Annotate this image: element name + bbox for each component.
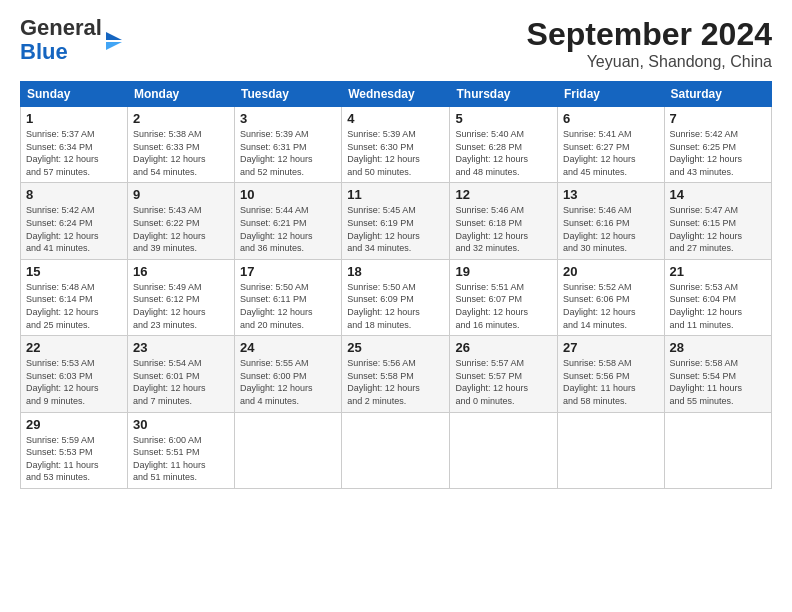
calendar-cell: 27Sunrise: 5:58 AM Sunset: 5:56 PM Dayli… — [558, 336, 665, 412]
logo-blue: Blue — [20, 39, 68, 64]
logo: General Blue — [20, 16, 122, 64]
day-number: 23 — [133, 340, 229, 355]
calendar-header-friday: Friday — [558, 82, 665, 107]
day-number: 21 — [670, 264, 766, 279]
day-info: Sunrise: 5:42 AM Sunset: 6:25 PM Dayligh… — [670, 128, 766, 178]
day-info: Sunrise: 5:39 AM Sunset: 6:31 PM Dayligh… — [240, 128, 336, 178]
day-number: 29 — [26, 417, 122, 432]
calendar-cell: 2Sunrise: 5:38 AM Sunset: 6:33 PM Daylig… — [127, 107, 234, 183]
calendar-cell: 11Sunrise: 5:45 AM Sunset: 6:19 PM Dayli… — [342, 183, 450, 259]
calendar-cell: 22Sunrise: 5:53 AM Sunset: 6:03 PM Dayli… — [21, 336, 128, 412]
calendar-header-saturday: Saturday — [664, 82, 771, 107]
calendar-header-wednesday: Wednesday — [342, 82, 450, 107]
day-number: 20 — [563, 264, 659, 279]
day-info: Sunrise: 6:00 AM Sunset: 5:51 PM Dayligh… — [133, 434, 229, 484]
day-info: Sunrise: 5:54 AM Sunset: 6:01 PM Dayligh… — [133, 357, 229, 407]
day-number: 1 — [26, 111, 122, 126]
calendar-cell: 14Sunrise: 5:47 AM Sunset: 6:15 PM Dayli… — [664, 183, 771, 259]
day-info: Sunrise: 5:42 AM Sunset: 6:24 PM Dayligh… — [26, 204, 122, 254]
calendar-cell: 20Sunrise: 5:52 AM Sunset: 6:06 PM Dayli… — [558, 259, 665, 335]
calendar-cell: 25Sunrise: 5:56 AM Sunset: 5:58 PM Dayli… — [342, 336, 450, 412]
day-info: Sunrise: 5:47 AM Sunset: 6:15 PM Dayligh… — [670, 204, 766, 254]
day-info: Sunrise: 5:51 AM Sunset: 6:07 PM Dayligh… — [455, 281, 552, 331]
day-number: 18 — [347, 264, 444, 279]
day-number: 2 — [133, 111, 229, 126]
calendar-cell — [342, 412, 450, 488]
calendar-cell: 19Sunrise: 5:51 AM Sunset: 6:07 PM Dayli… — [450, 259, 558, 335]
day-info: Sunrise: 5:56 AM Sunset: 5:58 PM Dayligh… — [347, 357, 444, 407]
day-number: 30 — [133, 417, 229, 432]
day-info: Sunrise: 5:41 AM Sunset: 6:27 PM Dayligh… — [563, 128, 659, 178]
day-info: Sunrise: 5:45 AM Sunset: 6:19 PM Dayligh… — [347, 204, 444, 254]
day-number: 14 — [670, 187, 766, 202]
day-number: 16 — [133, 264, 229, 279]
day-number: 11 — [347, 187, 444, 202]
calendar-cell: 16Sunrise: 5:49 AM Sunset: 6:12 PM Dayli… — [127, 259, 234, 335]
day-info: Sunrise: 5:44 AM Sunset: 6:21 PM Dayligh… — [240, 204, 336, 254]
page: General Blue September 2024 Yeyuan, Shan… — [0, 0, 792, 612]
day-info: Sunrise: 5:55 AM Sunset: 6:00 PM Dayligh… — [240, 357, 336, 407]
day-number: 22 — [26, 340, 122, 355]
calendar-cell: 12Sunrise: 5:46 AM Sunset: 6:18 PM Dayli… — [450, 183, 558, 259]
calendar-cell: 23Sunrise: 5:54 AM Sunset: 6:01 PM Dayli… — [127, 336, 234, 412]
calendar-cell: 21Sunrise: 5:53 AM Sunset: 6:04 PM Dayli… — [664, 259, 771, 335]
calendar-cell — [558, 412, 665, 488]
calendar-cell: 29Sunrise: 5:59 AM Sunset: 5:53 PM Dayli… — [21, 412, 128, 488]
title-block: September 2024 Yeyuan, Shandong, China — [527, 16, 772, 71]
day-info: Sunrise: 5:58 AM Sunset: 5:54 PM Dayligh… — [670, 357, 766, 407]
calendar-week-5: 29Sunrise: 5:59 AM Sunset: 5:53 PM Dayli… — [21, 412, 772, 488]
day-number: 6 — [563, 111, 659, 126]
calendar-cell: 3Sunrise: 5:39 AM Sunset: 6:31 PM Daylig… — [235, 107, 342, 183]
day-number: 15 — [26, 264, 122, 279]
calendar-cell: 4Sunrise: 5:39 AM Sunset: 6:30 PM Daylig… — [342, 107, 450, 183]
day-number: 28 — [670, 340, 766, 355]
calendar-header-sunday: Sunday — [21, 82, 128, 107]
day-number: 3 — [240, 111, 336, 126]
day-info: Sunrise: 5:46 AM Sunset: 6:18 PM Dayligh… — [455, 204, 552, 254]
day-info: Sunrise: 5:49 AM Sunset: 6:12 PM Dayligh… — [133, 281, 229, 331]
day-info: Sunrise: 5:39 AM Sunset: 6:30 PM Dayligh… — [347, 128, 444, 178]
day-number: 17 — [240, 264, 336, 279]
day-info: Sunrise: 5:50 AM Sunset: 6:09 PM Dayligh… — [347, 281, 444, 331]
day-info: Sunrise: 5:57 AM Sunset: 5:57 PM Dayligh… — [455, 357, 552, 407]
day-info: Sunrise: 5:40 AM Sunset: 6:28 PM Dayligh… — [455, 128, 552, 178]
day-number: 26 — [455, 340, 552, 355]
day-info: Sunrise: 5:37 AM Sunset: 6:34 PM Dayligh… — [26, 128, 122, 178]
day-number: 25 — [347, 340, 444, 355]
day-number: 10 — [240, 187, 336, 202]
day-info: Sunrise: 5:53 AM Sunset: 6:04 PM Dayligh… — [670, 281, 766, 331]
day-number: 13 — [563, 187, 659, 202]
calendar-week-3: 15Sunrise: 5:48 AM Sunset: 6:14 PM Dayli… — [21, 259, 772, 335]
day-number: 4 — [347, 111, 444, 126]
calendar-cell: 17Sunrise: 5:50 AM Sunset: 6:11 PM Dayli… — [235, 259, 342, 335]
calendar-cell: 10Sunrise: 5:44 AM Sunset: 6:21 PM Dayli… — [235, 183, 342, 259]
calendar-cell: 5Sunrise: 5:40 AM Sunset: 6:28 PM Daylig… — [450, 107, 558, 183]
calendar-cell: 24Sunrise: 5:55 AM Sunset: 6:00 PM Dayli… — [235, 336, 342, 412]
day-number: 8 — [26, 187, 122, 202]
calendar-subtitle: Yeyuan, Shandong, China — [527, 53, 772, 71]
calendar-header-thursday: Thursday — [450, 82, 558, 107]
calendar-header-tuesday: Tuesday — [235, 82, 342, 107]
day-info: Sunrise: 5:48 AM Sunset: 6:14 PM Dayligh… — [26, 281, 122, 331]
day-info: Sunrise: 5:43 AM Sunset: 6:22 PM Dayligh… — [133, 204, 229, 254]
day-info: Sunrise: 5:59 AM Sunset: 5:53 PM Dayligh… — [26, 434, 122, 484]
calendar-cell — [664, 412, 771, 488]
day-info: Sunrise: 5:46 AM Sunset: 6:16 PM Dayligh… — [563, 204, 659, 254]
day-info: Sunrise: 5:52 AM Sunset: 6:06 PM Dayligh… — [563, 281, 659, 331]
calendar-week-2: 8Sunrise: 5:42 AM Sunset: 6:24 PM Daylig… — [21, 183, 772, 259]
day-number: 24 — [240, 340, 336, 355]
day-info: Sunrise: 5:53 AM Sunset: 6:03 PM Dayligh… — [26, 357, 122, 407]
calendar-week-4: 22Sunrise: 5:53 AM Sunset: 6:03 PM Dayli… — [21, 336, 772, 412]
calendar-table: SundayMondayTuesdayWednesdayThursdayFrid… — [20, 81, 772, 489]
calendar-cell: 8Sunrise: 5:42 AM Sunset: 6:24 PM Daylig… — [21, 183, 128, 259]
header: General Blue September 2024 Yeyuan, Shan… — [20, 16, 772, 71]
calendar-cell: 26Sunrise: 5:57 AM Sunset: 5:57 PM Dayli… — [450, 336, 558, 412]
calendar-cell: 30Sunrise: 6:00 AM Sunset: 5:51 PM Dayli… — [127, 412, 234, 488]
calendar-cell — [450, 412, 558, 488]
day-number: 27 — [563, 340, 659, 355]
calendar-cell: 9Sunrise: 5:43 AM Sunset: 6:22 PM Daylig… — [127, 183, 234, 259]
day-number: 19 — [455, 264, 552, 279]
day-number: 12 — [455, 187, 552, 202]
day-number: 9 — [133, 187, 229, 202]
calendar-header-row: SundayMondayTuesdayWednesdayThursdayFrid… — [21, 82, 772, 107]
